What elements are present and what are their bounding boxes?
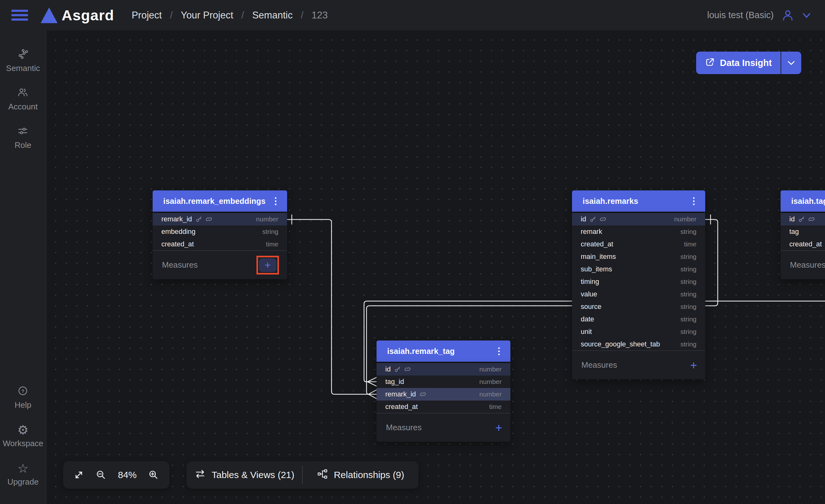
- add-measure-button[interactable]: +: [259, 258, 277, 272]
- column-type: number: [479, 378, 502, 386]
- zoom-in-button[interactable]: [148, 469, 159, 481]
- column-name: created_at: [161, 240, 194, 248]
- diagram-canvas[interactable]: isaiah.remark_embeddings remark_id numbe…: [47, 30, 825, 504]
- breadcrumb-semantic[interactable]: Semantic: [252, 10, 292, 21]
- sliders-icon: [17, 125, 28, 138]
- key-icon: [394, 366, 401, 372]
- column-row[interactable]: source_google_sheet_tab string: [572, 338, 705, 350]
- column-type: string: [680, 316, 696, 323]
- sidebar-item-account[interactable]: Account: [8, 87, 38, 112]
- table-header[interactable]: isaiah.tags: [780, 190, 825, 212]
- user-plan-label: louis test (Basic): [707, 10, 774, 20]
- column-row[interactable]: sub_items string: [572, 263, 705, 275]
- column-type: number: [674, 216, 696, 223]
- column-row[interactable]: timing string: [572, 275, 705, 288]
- relationships-icon: [317, 468, 328, 482]
- svg-text:?: ?: [21, 388, 24, 394]
- column-type: string: [680, 265, 696, 273]
- data-insight-dropdown-button[interactable]: [780, 52, 801, 74]
- link-icon: [404, 366, 410, 372]
- column-name: created_at: [790, 240, 822, 248]
- add-measure-button[interactable]: +: [496, 422, 502, 434]
- table-title: isaiah.tags: [791, 197, 825, 206]
- column-name: sub_items: [581, 265, 612, 273]
- people-icon: [17, 87, 28, 99]
- column-row[interactable]: created_at: [780, 238, 825, 250]
- column-row[interactable]: remark string: [572, 226, 705, 238]
- column-row[interactable]: unit string: [572, 326, 705, 338]
- column-row[interactable]: remark_id number: [377, 388, 510, 401]
- column-type: string: [680, 303, 696, 311]
- table-header[interactable]: isaiah.remarks: [572, 190, 705, 212]
- fit-view-button[interactable]: [73, 470, 84, 480]
- breadcrumb: Project / Your Project / Semantic / 123: [132, 10, 328, 21]
- app-header: Asgard Project / Your Project / Semantic…: [0, 0, 825, 30]
- column-row[interactable]: tag_id number: [377, 375, 510, 388]
- column-row[interactable]: id number: [572, 213, 705, 226]
- measures-section: Measures +: [572, 350, 705, 379]
- column-row[interactable]: value string: [572, 288, 705, 301]
- sidebar-item-workspace[interactable]: ⚙ Workspace: [3, 424, 44, 448]
- sidebar-item-upgrade[interactable]: ☆ Upgrade: [7, 462, 39, 487]
- data-insight-button[interactable]: Data Insight: [696, 52, 780, 74]
- column-row[interactable]: date string: [572, 313, 705, 326]
- sidebar-item-label: Account: [8, 102, 38, 112]
- column-type: time: [489, 403, 502, 411]
- table-header[interactable]: isaiah.remark_embeddings: [153, 190, 287, 212]
- column-row[interactable]: id number: [377, 363, 510, 375]
- user-avatar-icon[interactable]: [782, 10, 794, 21]
- table-body: id number remark string created_at time …: [572, 213, 705, 379]
- table-title: isaiah.remark_embeddings: [163, 197, 266, 206]
- hamburger-menu-icon[interactable]: [11, 10, 28, 21]
- table-node-remark_tag[interactable]: isaiah.remark_tag id number tag_id numbe…: [377, 340, 510, 442]
- table-menu-icon[interactable]: [496, 345, 502, 357]
- table-menu-icon[interactable]: [691, 195, 696, 207]
- sidebar-item-help[interactable]: ? Help: [15, 385, 31, 410]
- table-node-tags[interactable]: isaiah.tags id tag created_at Measures +: [780, 190, 825, 279]
- column-name: tag: [790, 228, 799, 236]
- sidebar-bottom-group: ? Help ⚙ Workspace ☆ Upgrade: [3, 385, 44, 487]
- tables-views-button[interactable]: Tables & Views (21): [186, 468, 302, 482]
- table-node-remark_embeddings[interactable]: isaiah.remark_embeddings remark_id numbe…: [153, 190, 287, 279]
- data-insight-split-button: Data Insight: [696, 52, 801, 74]
- breadcrumb-current: 123: [311, 10, 328, 21]
- column-row[interactable]: id: [780, 213, 825, 226]
- relationships-button[interactable]: Relationships (9): [303, 468, 419, 482]
- table-node-remarks[interactable]: isaiah.remarks id number remark string c…: [572, 190, 705, 379]
- link-icon: [600, 216, 606, 222]
- column-row[interactable]: remark_id number: [153, 213, 287, 226]
- column-row[interactable]: main_items string: [572, 250, 705, 263]
- table-menu-icon[interactable]: [273, 195, 278, 207]
- relationships-label: Relationships (9): [334, 470, 404, 480]
- column-name: source_google_sheet_tab: [581, 340, 660, 348]
- sidebar-item-role[interactable]: Role: [15, 125, 31, 150]
- column-row[interactable]: created_at time: [572, 238, 705, 250]
- column-row[interactable]: created_at time: [153, 238, 287, 250]
- crow-foot-marker: [368, 390, 377, 399]
- breadcrumb-your-project[interactable]: Your Project: [181, 10, 233, 21]
- column-row[interactable]: embedding string: [153, 226, 287, 238]
- column-name: remark_id: [385, 390, 416, 398]
- sidebar-item-semantic[interactable]: Semantic: [6, 49, 40, 73]
- breadcrumb-separator: /: [301, 10, 304, 21]
- column-type: string: [680, 340, 696, 348]
- zoom-level-value: 84%: [118, 470, 137, 480]
- key-icon: [590, 216, 596, 222]
- column-row[interactable]: source string: [572, 301, 705, 313]
- column-type: number: [256, 216, 278, 223]
- relationship-line-embeddings-to-remarktag: [287, 220, 368, 394]
- column-row[interactable]: created_at time: [377, 401, 510, 413]
- key-icon: [799, 216, 805, 222]
- column-type: string: [680, 290, 696, 298]
- column-type: string: [262, 228, 278, 235]
- column-name: created_at: [385, 403, 418, 411]
- column-row[interactable]: tag: [780, 226, 825, 238]
- add-measure-button[interactable]: +: [690, 359, 697, 371]
- user-menu-chevron-icon[interactable]: [802, 11, 811, 19]
- table-body: remark_id number embedding string create…: [153, 213, 287, 279]
- breadcrumb-separator: /: [241, 10, 244, 21]
- zoom-out-button[interactable]: [95, 469, 107, 481]
- table-header[interactable]: isaiah.remark_tag: [377, 340, 510, 362]
- swap-arrows-icon: [194, 468, 206, 482]
- breadcrumb-project[interactable]: Project: [132, 10, 162, 21]
